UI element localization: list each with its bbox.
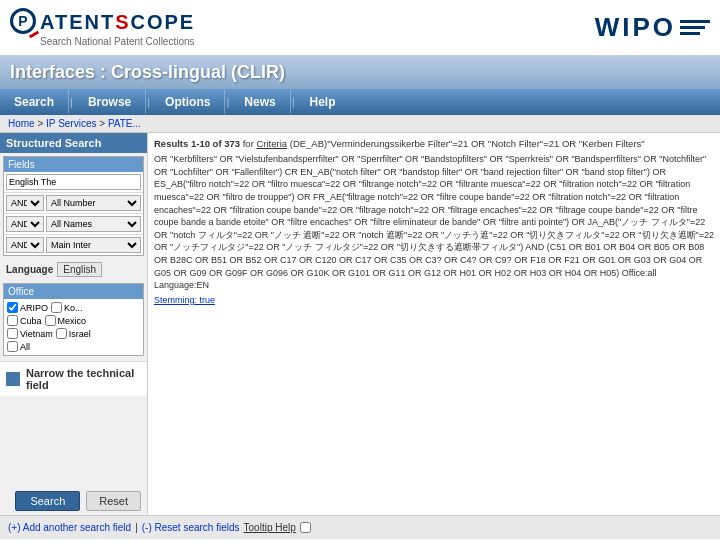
patentscope-logo: P ATENTSCOPE [10,8,195,36]
checkbox-israel[interactable]: Israel [56,328,91,339]
logo-area: P ATENTSCOPE Search National Patent Coll… [10,8,195,47]
office-checkboxes: ARIPO Ko... Cuba Mexico [4,299,143,355]
office-header: Office [4,284,143,299]
nav-search[interactable]: Search [0,90,69,114]
breadcrumb: Home > IP Services > PATE... [0,115,720,133]
field-row-3: ANDORNOT All Names [4,214,143,235]
nav-options[interactable]: Options [151,90,225,114]
action-buttons: Search Reset [0,487,147,515]
tooltip-help-text[interactable]: Tooltip Help [244,522,296,533]
stemming-text: Stemming: true [154,294,714,307]
breadcrumb-pate[interactable]: PATE... [108,118,141,129]
sidebar: Structured Search Fields ANDORNOT All Nu… [0,133,148,515]
reset-button[interactable]: Reset [86,491,141,511]
field-row-1 [4,172,143,193]
footer-separator: | [135,522,138,533]
field-input-1[interactable] [6,174,141,190]
checkbox-aripo[interactable]: ARIPO [7,302,48,313]
fields-header: Fields [4,157,143,172]
checkbox-ko[interactable]: Ko... [51,302,83,313]
nav-bar: Search | Browse | Options | News | Help [0,89,720,115]
results-area: Results 1-10 of 373 for Criteria (DE_AB)… [148,133,720,515]
nav-help[interactable]: Help [296,90,350,114]
checkbox-cuba[interactable]: Cuba [7,315,42,326]
header: P ATENTSCOPE Search National Patent Coll… [0,0,720,56]
nav-browse[interactable]: Browse [74,90,146,114]
breadcrumb-ip-services[interactable]: IP Services [46,118,96,129]
and-select-2[interactable]: ANDORNOT [6,195,44,211]
logo-subtitle: Search National Patent Collections [40,36,195,47]
tooltip-checkbox[interactable] [300,522,311,533]
office-section: Office ARIPO Ko... Cuba [3,283,144,356]
add-field-link[interactable]: (+) Add another search field [8,522,131,533]
type-select-4[interactable]: Main Inter [46,237,141,253]
office-row-4: All [7,341,140,352]
wipo-logo: WIPO [595,12,710,43]
results-criteria: OR "Kerbfilters" OR "Vielstufenbandsperr… [154,153,714,292]
checkbox-mexico[interactable]: Mexico [45,315,87,326]
reset-fields-link[interactable]: (-) Reset search fields [142,522,240,533]
type-select-3[interactable]: All Names [46,216,141,232]
search-button[interactable]: Search [15,491,80,511]
narrow-text: Narrow the technical field [26,367,141,391]
language-value: English [57,262,102,277]
narrow-section: Narrow the technical field [0,361,147,396]
main-layout: Structured Search Fields ANDORNOT All Nu… [0,133,720,515]
narrow-icon [6,372,20,386]
office-row-2: Cuba Mexico [7,315,140,326]
nav-news[interactable]: News [230,90,290,114]
breadcrumb-home[interactable]: Home [8,118,35,129]
field-row-4: ANDORNOT Main Inter [4,235,143,255]
results-count-text: Results 1-10 of 373 for Criteria (DE_AB)… [154,137,714,150]
structured-search-header: Structured Search [0,133,147,153]
and-select-3[interactable]: ANDORNOT [6,216,44,232]
language-label: Language [6,264,53,275]
checkbox-all[interactable]: All [7,341,30,352]
office-row-1: ARIPO Ko... [7,302,140,313]
page-title: Interfaces : Cross-lingual (CLIR) [10,62,285,82]
field-row-2: ANDORNOT All Number [4,193,143,214]
and-select-4[interactable]: ANDORNOT [6,237,44,253]
fields-section: Fields ANDORNOT All Number ANDORNOT [3,156,144,256]
language-row: Language English [0,259,147,280]
checkbox-vietnam[interactable]: Vietnam [7,328,53,339]
office-row-3: Vietnam Israel [7,328,140,339]
type-select-2[interactable]: All Number [46,195,141,211]
logo-text: ATENTSCOPE [40,11,195,34]
title-bar: Interfaces : Cross-lingual (CLIR) [0,56,720,89]
footer-bar: (+) Add another search field | (-) Reset… [0,515,720,539]
